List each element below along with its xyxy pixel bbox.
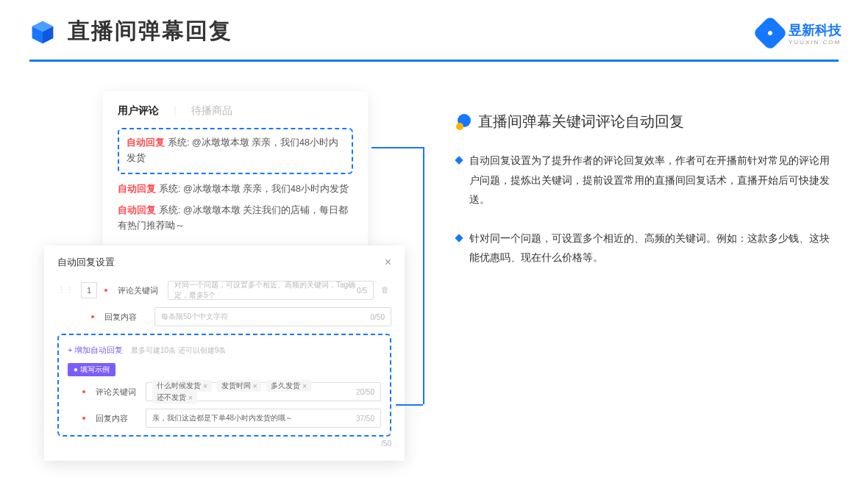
keyword-tag[interactable]: 多久发货× [266, 380, 311, 392]
page-title: 直播间弹幕回复 [68, 16, 232, 46]
bullet-item: 自动回复设置为了提升作者的评论回复效率，作者可在开播前针对常见的评论用户问题，提… [456, 151, 839, 209]
required-dot-icon [104, 289, 107, 292]
brand-name: 昱新科技 [789, 21, 842, 39]
auto-reply-badge: 自动回复 [118, 205, 156, 215]
tag-remove-icon[interactable]: × [302, 382, 307, 390]
connector-line [396, 404, 423, 406]
tab-pending-goods[interactable]: 待播商品 [191, 104, 232, 118]
bullet-text: 自动回复设置为了提升作者的评论回复效率，作者可在开播前针对常见的评论用户问题，提… [469, 151, 831, 209]
content-count: 0/50 [371, 313, 385, 321]
reply-row: 自动回复系统: @冰墩墩本墩 亲亲，我们48小时内发货 [118, 182, 353, 197]
highlighted-reply: 自动回复系统: @冰墩墩本墩 亲亲，我们48小时内发货 [118, 128, 353, 174]
settings-title: 自动回复设置 [57, 256, 115, 269]
required-dot-icon [82, 390, 85, 393]
ex-keyword-input[interactable]: 什么时候发货× 发货时间× 多久发货× 还不发货× 20/50 [146, 382, 381, 401]
section-icon [456, 114, 472, 130]
add-hint: 最多可建10条 还可以创建9条 [131, 346, 226, 354]
add-auto-reply-link[interactable]: + 增加自动回复 [68, 345, 123, 356]
ex-keyword-count: 20/50 [356, 388, 374, 396]
ex-content-label: 回复内容 [96, 413, 138, 424]
diamond-icon [455, 234, 463, 242]
index-box: 1 [81, 282, 97, 298]
auto-reply-badge: 自动回复 [118, 184, 156, 194]
brand-block: 昱新科技 YUUXIN.COM [758, 21, 842, 46]
example-group: + 增加自动回复 最多可建10条 还可以创建9条 ● 填写示例 评论关键词 什么… [57, 334, 391, 437]
auto-reply-badge: 自动回复 [127, 137, 165, 148]
tab-user-comments[interactable]: 用户评论 [118, 104, 159, 118]
delete-icon[interactable]: 🗑 [381, 285, 391, 295]
connector-line [423, 147, 424, 404]
brand-sub: YUUXIN.COM [789, 39, 842, 46]
keyword-label: 评论关键词 [118, 285, 160, 296]
required-dot-icon [91, 315, 94, 318]
required-dot-icon [82, 417, 85, 420]
outer-count: /50 [57, 439, 391, 448]
keyword-tag[interactable]: 发货时间× [217, 380, 262, 392]
tag-remove-icon[interactable]: × [253, 382, 257, 390]
content-label: 回复内容 [104, 312, 147, 323]
ex-content-input[interactable]: 亲，我们这边都是下单48小时内发货的哦～ 37/50 [146, 409, 381, 428]
keyword-placeholder: 对同一个问题，可设置多个相近、高频的关键词，Tag确定，最多5个 [174, 280, 357, 301]
ex-content-count: 37/50 [356, 415, 374, 423]
reply-row: 自动回复系统: @冰墩墩本墩 关注我们的店铺，每日都有热门推荐呦～ [118, 203, 353, 234]
reply-text: 系统: @冰墩墩本墩 亲亲，我们48小时内发货 [159, 184, 349, 194]
brand-icon [753, 15, 788, 51]
ex-keyword-label: 评论关键词 [96, 387, 138, 398]
content-input[interactable]: 每条限50个中文字符 0/50 [154, 307, 391, 326]
tag-remove-icon[interactable]: × [203, 382, 207, 390]
drag-handle-icon[interactable]: ⋮⋮ [57, 286, 74, 295]
example-badge: ● 填写示例 [68, 363, 115, 376]
logo-cube-icon [29, 18, 56, 45]
comments-panel: 用户评论 | 待播商品 自动回复系统: @冰墩墩本墩 亲亲，我们48小时内发货 … [103, 91, 368, 257]
keyword-input[interactable]: 对同一个问题，可设置多个相近、高频的关键词，Tag确定，最多5个 0/5 [168, 281, 374, 300]
keyword-count: 0/5 [357, 287, 367, 295]
section-title: 直播间弹幕关键词评论自动回复 [478, 112, 684, 132]
bullet-text: 针对同一个问题，可设置多个相近的、高频的关键词。例如：这款多少钱、这块能优惠吗、… [469, 229, 831, 268]
ex-content-value: 亲，我们这边都是下单48小时内发货的哦～ [152, 413, 293, 423]
diamond-icon [455, 156, 463, 164]
connector-line [371, 147, 423, 148]
keyword-tag[interactable]: 还不发货× [152, 392, 197, 403]
bullet-item: 针对同一个问题，可设置多个相近的、高频的关键词。例如：这款多少钱、这块能优惠吗、… [456, 229, 839, 268]
tab-divider: | [174, 104, 177, 118]
keyword-tag[interactable]: 什么时候发货× [152, 380, 212, 392]
content-placeholder: 每条限50个中文字符 [161, 312, 228, 322]
tag-remove-icon[interactable]: × [188, 394, 193, 402]
settings-panel: 自动回复设置 × ⋮⋮ 1 评论关键词 对同一个问题，可设置多个相近、高频的关键… [44, 245, 405, 461]
close-icon[interactable]: × [385, 256, 391, 269]
ex-tags-container: 什么时候发货× 发货时间× 多久发货× 还不发货× [152, 380, 356, 403]
